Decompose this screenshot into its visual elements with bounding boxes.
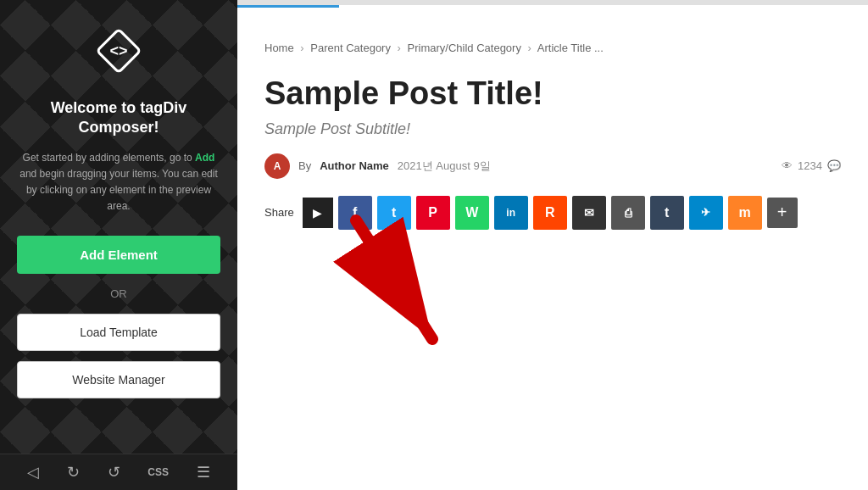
breadcrumb-home[interactable]: Home — [264, 42, 294, 54]
back-icon[interactable]: ◁ — [27, 463, 39, 482]
meta-row: A By Author Name 2021년 August 9일 👁 1234 … — [264, 153, 841, 179]
menu-icon[interactable]: ☰ — [197, 463, 210, 482]
post-subtitle: Sample Post Subtitle! — [264, 120, 841, 138]
or-divider: OR — [110, 287, 127, 300]
undo-icon[interactable]: ↻ — [67, 463, 80, 482]
email-share-button[interactable]: ✉ — [572, 196, 606, 230]
by-label: By — [298, 159, 311, 172]
add-link: Add — [195, 152, 214, 164]
breadcrumb-article[interactable]: Article Title ... — [537, 42, 604, 54]
print-share-button[interactable]: ⎙ — [611, 196, 645, 230]
logo-container: <> — [88, 20, 149, 85]
linkedin-share-button[interactable]: in — [494, 196, 528, 230]
views-count: 1234 — [798, 159, 822, 172]
website-manager-button[interactable]: Website Manager — [17, 361, 220, 398]
right-panel: Home › Parent Category › Primary/Child C… — [237, 0, 868, 490]
content-area: Home › Parent Category › Primary/Child C… — [237, 8, 868, 247]
share-label: Share — [264, 206, 294, 219]
pinterest-share-button[interactable]: P — [416, 196, 450, 230]
css-button[interactable]: CSS — [147, 466, 169, 478]
post-date: 2021년 August 9일 — [398, 159, 491, 174]
svg-text:<>: <> — [109, 42, 127, 59]
post-title: Sample Post Title! — [264, 75, 841, 114]
bottom-toolbar: ◁ ↻ ↺ CSS ☰ — [0, 454, 237, 490]
mix-share-button[interactable]: m — [728, 196, 762, 230]
share-row: Share ▶ f t P W in R ✉ ⎙ t ✈ m — [264, 196, 841, 230]
telegram-share-button[interactable]: ✈ — [689, 196, 723, 230]
whatsapp-share-button[interactable]: W — [455, 196, 489, 230]
meta-views: 👁 1234 💬 — [782, 159, 841, 172]
redo-icon[interactable]: ↺ — [108, 463, 120, 482]
eye-icon: 👁 — [782, 159, 793, 172]
tumblr-share-button[interactable]: t — [650, 196, 684, 230]
tagdiv-logo-icon: <> — [88, 20, 149, 81]
left-panel: <> Welcome to tagDiv Composer! Get start… — [0, 0, 237, 490]
twitter-share-button[interactable]: t — [377, 196, 411, 230]
breadcrumb: Home › Parent Category › Primary/Child C… — [264, 42, 841, 54]
add-element-button[interactable]: Add Element — [17, 236, 220, 274]
author-name[interactable]: Author Name — [320, 159, 389, 172]
breadcrumb-parent[interactable]: Parent Category — [310, 42, 391, 54]
share-toggle-button[interactable]: ▶ — [303, 198, 333, 228]
breadcrumb-child[interactable]: Primary/Child Category — [408, 42, 521, 54]
load-template-button[interactable]: Load Template — [17, 314, 220, 351]
facebook-share-button[interactable]: f — [338, 196, 372, 230]
welcome-title: Welcome to tagDiv Composer! — [17, 98, 220, 138]
author-avatar: A — [264, 153, 290, 179]
reddit-share-button[interactable]: R — [533, 196, 567, 230]
breadcrumb-sep2: › — [398, 42, 401, 54]
breadcrumb-sep3: › — [528, 42, 531, 54]
welcome-desc: Get started by adding elements, go to Ad… — [17, 150, 220, 215]
more-share-button[interactable]: + — [767, 198, 798, 228]
comment-icon: 💬 — [827, 159, 841, 172]
breadcrumb-sep1: › — [300, 42, 303, 54]
